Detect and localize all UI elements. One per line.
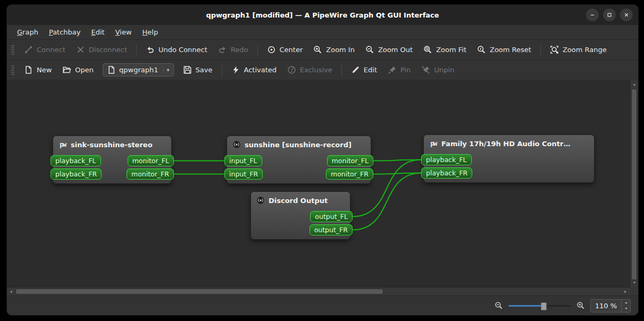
wire-sunshine-monitor_FR-to-family-playback_FR[interactable]: [373, 173, 421, 174]
port-playback_FR[interactable]: playback_FR: [51, 168, 102, 180]
zoom-range-icon: [550, 45, 559, 54]
vertical-scrollbar[interactable]: [630, 80, 638, 287]
zoom-range-label: Zoom Range: [563, 46, 607, 54]
menu-help[interactable]: Help: [138, 27, 163, 38]
zoom-spin-down-button[interactable]: [622, 306, 630, 312]
zoom-spin-buttons: [621, 300, 630, 312]
center-button[interactable]: Center: [262, 43, 308, 57]
scroll-down-button[interactable]: [630, 278, 639, 287]
zoom-value: 110 %: [591, 300, 621, 312]
port-output_FR[interactable]: output_FR: [310, 224, 353, 235]
center-label: Center: [280, 46, 303, 54]
scrollbar-corner: [630, 287, 638, 295]
zoom-range-button[interactable]: Zoom Range: [545, 43, 612, 57]
disconnect-label: Disconnect: [89, 46, 127, 54]
horizontal-scrollbar[interactable]: [7, 287, 630, 295]
toolbar-separator: [136, 44, 137, 56]
open-label: Open: [75, 66, 94, 74]
scroll-right-button[interactable]: [621, 288, 630, 296]
port-monitor_FR[interactable]: monitor_FR: [326, 168, 373, 180]
toolbar-handle[interactable]: [11, 45, 14, 55]
undo-connect-label: Undo Connect: [158, 46, 207, 54]
undo-icon: [146, 45, 155, 54]
zoom-out-icon: [495, 301, 503, 310]
zoom-fit-label: Zoom Fit: [436, 46, 466, 54]
center-icon: [267, 45, 276, 54]
zoom-fit-button[interactable]: Zoom Fit: [419, 43, 471, 57]
edit-button[interactable]: Edit: [346, 63, 382, 77]
port-output_FL[interactable]: output_FL: [310, 211, 353, 222]
toolbar-main: ConnectDisconnectUndo ConnectRedoCenterZ…: [7, 40, 638, 60]
activated-button[interactable]: Activated: [227, 63, 282, 77]
port-input_FL[interactable]: input_FL: [224, 155, 262, 166]
minimize-button[interactable]: [586, 9, 599, 21]
node-discord[interactable]: Discord Outputoutput_FLoutput_FR: [250, 191, 350, 240]
node-title: sunshine [sunshine-record]: [245, 141, 352, 149]
arrow-down-icon: [624, 306, 629, 311]
zoom-in-button[interactable]: Zoom In: [308, 43, 359, 57]
zoom-reset-button[interactable]: Zoom Reset: [472, 43, 536, 57]
node-title: Discord Output: [269, 197, 328, 205]
port-monitor_FL[interactable]: monitor_FL: [327, 155, 373, 166]
zoom-slider[interactable]: [508, 301, 571, 310]
node-title: Family 17h/19h HD Audio Contr…: [441, 140, 570, 148]
zoom-spin-up-button[interactable]: [622, 300, 630, 306]
title-bar[interactable]: qpwgraph1 [modified] — A PipeWire Graph …: [7, 5, 638, 25]
wire-sunshine-monitor_FL-to-family-playback_FL[interactable]: [373, 160, 421, 161]
toolbar-handle[interactable]: [11, 65, 14, 75]
graph-canvas[interactable]: pwsink-sunshine-stereoplayback_FLmonitor…: [7, 80, 630, 287]
vertical-scroll-thumb[interactable]: [631, 89, 637, 280]
chevron-down-icon: ▾: [163, 67, 170, 73]
scroll-left-button[interactable]: [7, 288, 15, 296]
zoom-slider-handle[interactable]: [541, 302, 547, 310]
node-sunshine[interactable]: sunshine [sunshine-record]input_FLmonito…: [227, 136, 371, 184]
menu-edit[interactable]: Edit: [87, 27, 110, 38]
open-button[interactable]: Open: [57, 63, 98, 77]
node-family[interactable]: pwFamily 17h/19h HD Audio Contr…playback…: [423, 134, 595, 183]
port-monitor_FR[interactable]: monitor_FR: [127, 168, 174, 180]
svg-text:f: f: [291, 67, 295, 73]
port-playback_FR[interactable]: playback_FR: [421, 167, 472, 179]
connect-button[interactable]: Connect: [19, 43, 70, 57]
toolbar-patchbay: NewOpenqpwgraph1▾SaveActivatedfExclusive…: [7, 60, 638, 80]
zoom-out-button[interactable]: Zoom Out: [361, 43, 417, 57]
save-button[interactable]: Save: [178, 63, 218, 77]
port-monitor_FL[interactable]: monitor_FL: [128, 155, 174, 166]
arrow-right-icon: [623, 289, 628, 294]
scroll-up-button[interactable]: [630, 80, 639, 89]
horizontal-scroll-thumb[interactable]: [15, 289, 383, 294]
toolbar-separator: [540, 44, 541, 56]
port-input_FR[interactable]: input_FR: [224, 168, 263, 180]
unpin-button[interactable]: Unpin: [416, 63, 459, 77]
pin-button[interactable]: Pin: [383, 63, 415, 77]
pipewire-icon: pw: [58, 140, 67, 149]
node-title: sink-sunshine-stereo: [71, 141, 153, 149]
status-bar: 110 %: [7, 295, 638, 315]
redo-button[interactable]: Redo: [213, 43, 253, 57]
new-label: New: [37, 66, 52, 74]
maximize-button[interactable]: [603, 9, 616, 21]
open-icon: [62, 65, 71, 74]
pin-label: Pin: [400, 66, 411, 74]
zoom-spinbox[interactable]: 110 %: [590, 299, 631, 312]
patchbay-combo[interactable]: qpwgraph1▾: [103, 63, 174, 77]
menu-patchbay[interactable]: Patchbay: [44, 27, 86, 38]
node-sink[interactable]: pwsink-sunshine-stereoplayback_FLmonitor…: [53, 136, 172, 184]
zoom-in-icon: [313, 45, 322, 54]
menu-view[interactable]: View: [111, 27, 137, 38]
connect-label: Connect: [37, 46, 65, 54]
zoom-in-label: Zoom In: [326, 46, 355, 54]
port-playback_FL[interactable]: playback_FL: [421, 154, 472, 165]
menu-graph[interactable]: Graph: [12, 27, 43, 38]
exclusive-button[interactable]: fExclusive: [282, 63, 337, 77]
app-icon: [256, 196, 265, 205]
edit-icon: [351, 65, 360, 74]
port-playback_FL[interactable]: playback_FL: [51, 155, 101, 166]
disconnect-button[interactable]: Disconnect: [71, 43, 132, 57]
undo-connect-button[interactable]: Undo Connect: [141, 43, 212, 57]
new-button[interactable]: New: [19, 63, 56, 77]
close-button[interactable]: [620, 9, 633, 21]
toolbar-separator: [341, 64, 342, 76]
node-title-bar: Discord Output: [251, 192, 350, 209]
disconnect-icon: [76, 45, 85, 54]
